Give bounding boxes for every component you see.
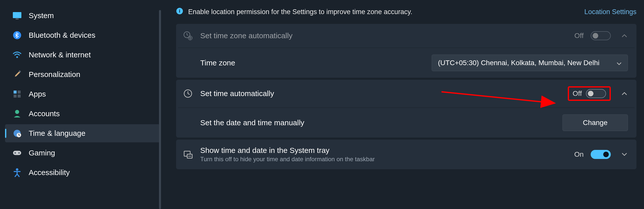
svg-rect-7	[14, 95, 17, 98]
svg-point-3	[16, 56, 18, 58]
clock-icon	[183, 88, 193, 99]
person-icon	[13, 109, 22, 118]
apps-icon	[13, 90, 22, 99]
row-title: Time zone	[200, 59, 425, 67]
svg-point-9	[15, 110, 19, 114]
sidebar-label: System	[29, 11, 54, 20]
tray-toggle[interactable]	[591, 150, 611, 159]
chevron-down-icon	[617, 59, 622, 67]
accessibility-icon	[13, 168, 22, 177]
sidebar-item-apps[interactable]: Apps	[5, 85, 161, 103]
row-title: Show time and date in the System tray	[200, 146, 567, 155]
sidebar-label: Accounts	[29, 109, 60, 118]
tray-card: Show time and date in the System tray Tu…	[176, 140, 636, 169]
toggle-state: Off	[574, 32, 584, 40]
svg-rect-8	[18, 95, 21, 98]
location-settings-link[interactable]: Location Settings	[584, 8, 636, 16]
chevron-up-icon[interactable]	[621, 32, 628, 39]
info-banner: i Enable location permission for the Set…	[176, 5, 636, 24]
chevron-up-icon[interactable]	[621, 90, 628, 97]
highlight-annotation: Off	[568, 86, 611, 101]
sidebar-label: Gaming	[29, 149, 55, 157]
clock-globe-icon	[183, 30, 193, 41]
sidebar-label: Apps	[29, 90, 46, 98]
svg-rect-6	[18, 91, 21, 94]
info-icon: i	[176, 8, 183, 16]
svg-point-15	[16, 168, 18, 171]
row-subtitle: Turn this off to hide your time and date…	[200, 156, 567, 163]
sidebar-label: Accessibility	[29, 168, 70, 177]
chevron-down-icon[interactable]	[621, 151, 628, 158]
auto-time-toggle[interactable]	[586, 89, 606, 98]
sidebar-item-accounts[interactable]: Accounts	[5, 105, 161, 123]
sidebar-label: Personalization	[29, 70, 80, 79]
timezone-dropdown[interactable]: (UTC+05:30) Chennai, Kolkata, Mumbai, Ne…	[432, 55, 628, 71]
sidebar-label: Network & internet	[29, 51, 91, 59]
bluetooth-icon	[13, 31, 22, 40]
banner-text: Enable location permission for the Setti…	[188, 8, 412, 16]
tray-row[interactable]: Show time and date in the System tray Tu…	[176, 140, 636, 169]
auto-timezone-toggle[interactable]	[591, 31, 611, 40]
sidebar-item-gaming[interactable]: Gaming	[5, 144, 161, 162]
sidebar-item-network[interactable]: Network & internet	[5, 46, 161, 64]
svg-point-13	[15, 152, 16, 154]
row-title: Set the date and time manually	[200, 118, 555, 127]
sidebar-item-accessibility[interactable]: Accessibility	[5, 163, 161, 182]
system-icon	[13, 11, 22, 20]
dropdown-value: (UTC+05:30) Chennai, Kolkata, Mumbai, Ne…	[438, 59, 612, 67]
auto-timezone-row[interactable]: Set time zone automatically Off	[176, 24, 636, 48]
gamepad-icon	[13, 148, 22, 157]
toggle-state: On	[574, 150, 584, 158]
manual-time-row: Set the date and time manually Change	[176, 108, 636, 138]
svg-text:i: i	[179, 9, 180, 14]
svg-point-2	[13, 31, 21, 39]
globe-clock-icon	[13, 129, 22, 138]
row-title: Set time zone automatically	[200, 31, 567, 40]
row-title: Set time automatically	[200, 89, 561, 98]
sidebar-item-bluetooth[interactable]: Bluetooth & devices	[5, 26, 161, 44]
svg-point-14	[18, 152, 20, 154]
sidebar-item-personalization[interactable]: Personalization	[5, 65, 161, 83]
sidebar-item-time-language[interactable]: Time & language	[5, 124, 161, 142]
wifi-icon	[13, 50, 22, 59]
svg-rect-0	[13, 12, 21, 18]
toggle-state: Off	[573, 90, 582, 98]
change-button[interactable]: Change	[562, 114, 628, 131]
svg-rect-5	[14, 91, 17, 94]
svg-rect-1	[16, 19, 19, 19]
sidebar: System Bluetooth & devices Network & int…	[0, 0, 161, 209]
tray-icon	[183, 149, 193, 160]
svg-rect-12	[13, 151, 21, 155]
auto-time-card: Set time automatically Off Set the date …	[176, 80, 636, 138]
main-content: i Enable location permission for the Set…	[161, 0, 644, 209]
sidebar-label: Bluetooth & devices	[29, 31, 95, 39]
sidebar-item-system[interactable]: System	[5, 7, 161, 25]
auto-timezone-card: Set time zone automatically Off Time zon…	[176, 24, 636, 78]
timezone-row: Time zone (UTC+05:30) Chennai, Kolkata, …	[176, 48, 636, 78]
brush-icon	[13, 70, 22, 79]
auto-time-row[interactable]: Set time automatically Off	[176, 80, 636, 107]
sidebar-label: Time & language	[29, 129, 86, 138]
